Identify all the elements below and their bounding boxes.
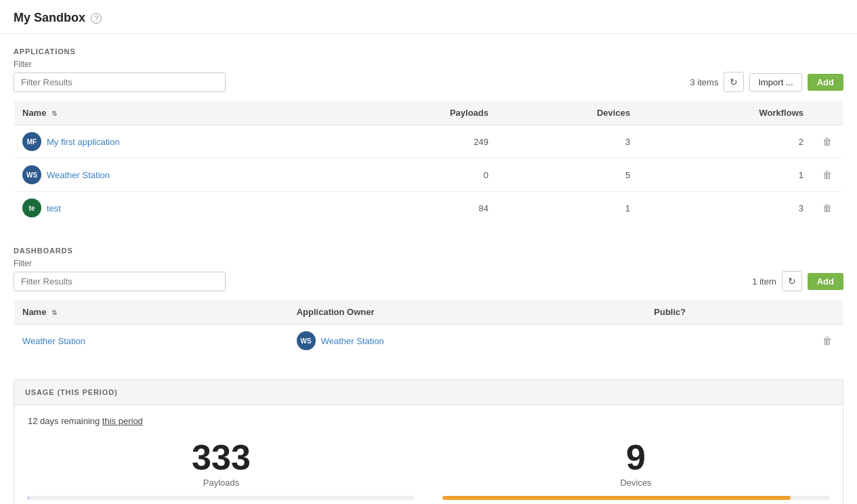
dash-owner-cell: WS Weather Station [289,324,646,358]
applications-filter-label: Filter [14,60,843,69]
usage-section-title: USAGE (THIS PERIOD) [14,380,843,405]
applications-import-button[interactable]: Import ... [749,73,801,91]
page-header: My Sandbox ? [0,0,857,34]
app-name-cell: WS Weather Station [14,159,340,192]
applications-filter-row: 3 items ↻ Import ... Add [14,72,843,92]
app-name-cell: te test [14,192,340,225]
app-devices: 3 [497,125,638,159]
usage-payloads-stat: 333 Payloads Limit: 1M [28,440,415,504]
dashboards-table-header-row: Name ⇅ Application Owner Public? [14,300,843,324]
help-icon[interactable]: ? [91,13,102,24]
app-workflows: 1 [638,159,812,192]
usage-devices-number: 9 [442,440,829,475]
dashboards-col-name: Name ⇅ [14,300,289,324]
usage-section: USAGE (THIS PERIOD) 12 days remaining th… [14,379,843,504]
dash-name-sort-icon[interactable]: ⇅ [51,309,57,316]
app-workflows: 2 [638,125,812,159]
app-link[interactable]: My first application [47,137,120,147]
table-row: WS Weather Station 0 5 1 🗑 [14,159,843,192]
usage-period-text: 12 days remaining this period [28,416,829,426]
dashboards-filter-controls: 1 item ↻ Add [752,271,843,291]
applications-refresh-button[interactable]: ↻ [724,72,744,92]
applications-filter-input[interactable] [14,72,226,92]
applications-col-name: Name ⇅ [14,101,340,125]
usage-devices-bar-fill [442,496,791,500]
app-delete-cell: 🗑 [812,159,843,192]
app-name-cell: MF My first application [14,125,340,159]
app-delete-cell: 🗑 [812,192,843,225]
usage-devices-stat: 9 Devices Limit: 10 [442,440,829,504]
dashboards-items-count: 1 item [752,276,776,287]
applications-col-payloads: Payloads [339,101,497,125]
owner-link[interactable]: Weather Station [321,336,384,346]
applications-section: APPLICATIONS Filter 3 items ↻ Import ...… [14,47,843,225]
applications-table: Name ⇅ Payloads Devices Workflows MF My … [14,100,843,225]
app-payloads: 249 [339,125,497,159]
dashboards-col-owner: Application Owner [289,300,646,324]
app-payloads: 0 [339,159,497,192]
dashboards-filter-label: Filter [14,259,843,268]
app-devices: 5 [497,159,638,192]
delete-button[interactable]: 🗑 [820,334,835,348]
usage-period-link[interactable]: this period [102,416,143,426]
dashboards-refresh-button[interactable]: ↻ [782,271,802,291]
delete-button[interactable]: 🗑 [820,135,835,148]
app-delete-cell: 🗑 [812,125,843,159]
delete-button[interactable]: 🗑 [820,168,835,182]
dashboards-filter-row: 1 item ↻ Add [14,271,843,291]
app-workflows: 3 [638,192,812,225]
usage-payloads-label: Payloads [28,478,415,488]
usage-stats: 333 Payloads Limit: 1M 9 Devices Limit: … [28,440,829,504]
dash-name-cell: Weather Station [14,324,289,358]
avatar: MF [22,132,41,151]
dash-delete-cell: 🗑 [812,324,843,358]
applications-filter-controls: 3 items ↻ Import ... Add [690,72,843,92]
app-devices: 1 [497,192,638,225]
dashboards-table: Name ⇅ Application Owner Public? Weather… [14,299,843,358]
avatar: te [22,198,41,217]
table-row: Weather Station WS Weather Station 🗑 [14,324,843,358]
name-sort-icon[interactable]: ⇅ [51,110,57,117]
applications-section-title: APPLICATIONS [14,47,843,56]
app-link[interactable]: test [47,203,61,213]
app-payloads: 84 [339,192,497,225]
owner-avatar: WS [297,331,316,350]
dashboards-add-button[interactable]: Add [808,273,843,290]
dashboards-col-actions [812,300,843,324]
usage-payloads-bar [28,496,415,500]
dashboards-section-title: DASHBOARDS [14,247,843,255]
dashboards-section: DASHBOARDS Filter 1 item ↻ Add Name ⇅ Ap… [14,247,843,358]
dashboard-link[interactable]: Weather Station [22,336,85,346]
main-content: APPLICATIONS Filter 3 items ↻ Import ...… [0,34,857,504]
app-link[interactable]: Weather Station [47,170,110,180]
delete-button[interactable]: 🗑 [820,201,835,215]
avatar: WS [22,165,41,184]
dash-public-cell [646,324,812,358]
dashboards-col-public: Public? [646,300,812,324]
applications-table-header-row: Name ⇅ Payloads Devices Workflows [14,101,843,125]
usage-devices-label: Devices [442,478,829,488]
usage-payloads-number: 333 [28,440,415,475]
applications-items-count: 3 items [690,77,719,87]
dashboards-filter-input[interactable] [14,272,226,291]
applications-col-devices: Devices [497,101,638,125]
applications-col-actions [812,101,843,125]
table-row: MF My first application 249 3 2 🗑 [14,125,843,159]
applications-add-button[interactable]: Add [808,74,843,91]
usage-devices-bar [442,496,829,500]
applications-col-workflows: Workflows [638,101,812,125]
table-row: te test 84 1 3 🗑 [14,192,843,225]
page-title: My Sandbox [14,11,85,25]
usage-body: 12 days remaining this period 333 Payloa… [14,405,843,504]
